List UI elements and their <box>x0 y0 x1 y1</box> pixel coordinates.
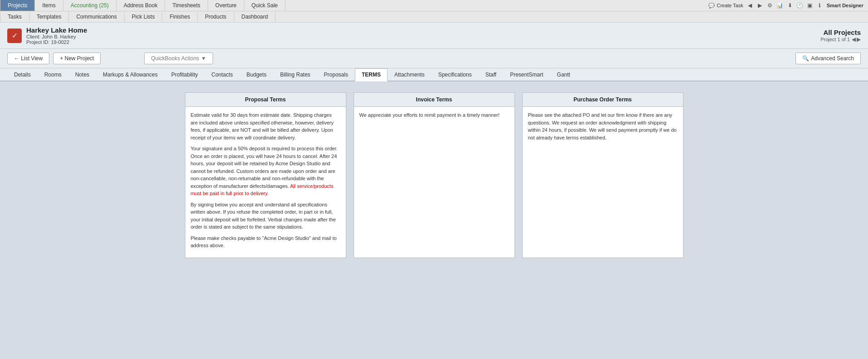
invoice-terms-header: Invoice Terms <box>354 93 514 107</box>
prev-project-arrow[interactable]: ◀ <box>852 36 856 43</box>
right-arrow-icon[interactable]: ▶ <box>756 1 764 10</box>
top-right-toolbar: 💬 Create Task ◀ ▶ ⚙ 📊 ⬇ 🕐 ▣ ℹ Smart Desi… <box>704 0 868 11</box>
list-view-label: ← List View <box>14 55 43 62</box>
tabs-row: Details Rooms Notes Markups & Allowances… <box>0 68 868 81</box>
nav-tab-products[interactable]: Products <box>198 11 234 22</box>
nav-tab-address-book[interactable]: Address Book <box>116 0 165 11</box>
advanced-search-label: Advanced Search <box>811 55 854 62</box>
tab-specifications[interactable]: Specifications <box>432 68 479 81</box>
tab-notes[interactable]: Notes <box>68 68 96 81</box>
list-view-button[interactable]: ← List View <box>7 53 49 64</box>
project-header: ✓ Harkey Lake Home Client: John B. Harke… <box>0 23 868 49</box>
nav-row1: Projects Items Accounting (25) Address B… <box>0 0 868 11</box>
quickbooks-dropdown[interactable]: QuickBooks Actions ▼ <box>144 53 213 64</box>
nav-tab-communications[interactable]: Communications <box>69 11 124 22</box>
download-icon[interactable]: ⬇ <box>786 1 794 10</box>
nav-tab-projects[interactable]: Projects <box>0 0 35 11</box>
project-header-left: ✓ Harkey Lake Home Client: John B. Harke… <box>7 26 87 45</box>
all-projects-label: All Projects <box>820 29 861 36</box>
tab-billing-rates[interactable]: Billing Rates <box>273 68 317 81</box>
quickbooks-label: QuickBooks Actions <box>151 55 199 62</box>
purchase-order-terms-header: Purchase Order Terms <box>523 93 683 107</box>
project-nav-arrows: ◀ ▶ <box>852 36 861 43</box>
box-icon[interactable]: ▣ <box>806 1 814 10</box>
tab-rooms[interactable]: Rooms <box>38 68 68 81</box>
tab-contacts[interactable]: Contacts <box>204 68 239 81</box>
chat-icon: 💬 <box>708 3 715 9</box>
nav-tab-finishes[interactable]: Finishes <box>162 11 198 22</box>
invoice-terms-text: We appreciate your efforts to remit paym… <box>359 111 509 119</box>
proposal-highlight: All service/products must be paid in ful… <box>191 183 334 196</box>
action-bar: ← List View + New Project QuickBooks Act… <box>0 49 868 68</box>
create-task-button[interactable]: 💬 Create Task <box>708 3 743 9</box>
proposal-para-3: By signing below you accept and understa… <box>191 201 340 231</box>
purchase-order-terms-panel: Purchase Order Terms Please see the atta… <box>522 92 684 258</box>
tab-details[interactable]: Details <box>7 68 38 81</box>
tab-staff[interactable]: Staff <box>479 68 503 81</box>
proposal-terms-panel: Proposal Terms Estimate valid for 30 day… <box>185 92 346 258</box>
purchase-order-terms-body: Please see the attached PO and let our f… <box>523 107 683 243</box>
nav-tab-pick-lists[interactable]: Pick Lists <box>125 11 163 22</box>
tab-budgets[interactable]: Budgets <box>240 68 273 81</box>
nav-tab-accounting[interactable]: Accounting (25) <box>63 0 116 11</box>
chevron-down-icon: ▼ <box>201 55 206 62</box>
nav-tab-tasks[interactable]: Tasks <box>0 11 29 22</box>
search-icon: 🔍 <box>802 55 809 62</box>
nav-row2: Tasks Templates Communications Pick List… <box>0 11 868 23</box>
tab-proposals[interactable]: Proposals <box>317 68 355 81</box>
proposal-para-2: Your signature and a 50% deposit is requ… <box>191 145 340 197</box>
nav-tab-dashboard[interactable]: Dashboard <box>234 11 276 22</box>
nav-tab-templates[interactable]: Templates <box>29 11 69 22</box>
graph-icon[interactable]: 📊 <box>776 1 784 10</box>
invoice-terms-body: We appreciate your efforts to remit paym… <box>354 107 514 243</box>
proposal-para-4: Please make checks payable to "Acme Desi… <box>191 235 340 249</box>
info-icon[interactable]: ℹ <box>816 1 824 10</box>
nav-tab-quick-sale[interactable]: Quick Sale <box>244 0 286 11</box>
project-icon: ✓ <box>7 29 22 43</box>
tab-present-smart[interactable]: PresentSmart <box>503 68 550 81</box>
purchase-order-terms-text: Please see the attached PO and let our f… <box>528 111 678 141</box>
project-id: Project ID: 19-0022 <box>26 39 87 45</box>
invoice-terms-panel: Invoice Terms We appreciate your efforts… <box>354 92 515 258</box>
main-content: Proposal Terms Estimate valid for 30 day… <box>0 81 868 353</box>
left-arrow-icon[interactable]: ◀ <box>746 1 754 10</box>
nav-tab-items[interactable]: Items <box>35 0 63 11</box>
new-project-button[interactable]: + New Project <box>53 53 101 64</box>
proposal-para-1: Estimate valid for 30 days from estimate… <box>191 111 340 141</box>
project-info: Harkey Lake Home Client: John B. Harkey … <box>26 26 87 45</box>
toolbar-icons: ◀ ▶ ⚙ 📊 ⬇ 🕐 ▣ ℹ <box>746 1 824 10</box>
advanced-search-button[interactable]: 🔍 Advanced Search <box>795 53 861 64</box>
gear-icon[interactable]: ⚙ <box>766 1 774 10</box>
terms-container: Proposal Terms Estimate valid for 30 day… <box>185 92 684 258</box>
project-counter-text: Project 1 of 1 <box>820 37 850 42</box>
tab-gantt[interactable]: Gantt <box>550 68 577 81</box>
smart-designer-label: Smart Designer <box>827 3 863 8</box>
project-header-right: All Projects Project 1 of 1 ◀ ▶ <box>820 29 861 43</box>
proposal-terms-header: Proposal Terms <box>185 93 346 107</box>
nav-tab-overture[interactable]: Overture <box>208 0 244 11</box>
next-project-arrow[interactable]: ▶ <box>857 36 861 43</box>
tab-markups[interactable]: Markups & Allowances <box>96 68 165 81</box>
tab-terms[interactable]: TERMS <box>355 68 388 81</box>
project-counter: Project 1 of 1 ◀ ▶ <box>820 36 861 43</box>
project-title: Harkey Lake Home <box>26 26 87 34</box>
proposal-terms-body: Estimate valid for 30 days from estimate… <box>185 107 346 258</box>
nav-tab-timesheets[interactable]: Timesheets <box>165 0 208 11</box>
new-project-label: + New Project <box>60 55 94 62</box>
create-task-label: Create Task <box>717 3 743 8</box>
tab-attachments[interactable]: Attachments <box>388 68 432 81</box>
project-client: Client: John B. Harkey <box>26 34 87 39</box>
clock-icon[interactable]: 🕐 <box>796 1 804 10</box>
tab-profitability[interactable]: Profitability <box>165 68 205 81</box>
